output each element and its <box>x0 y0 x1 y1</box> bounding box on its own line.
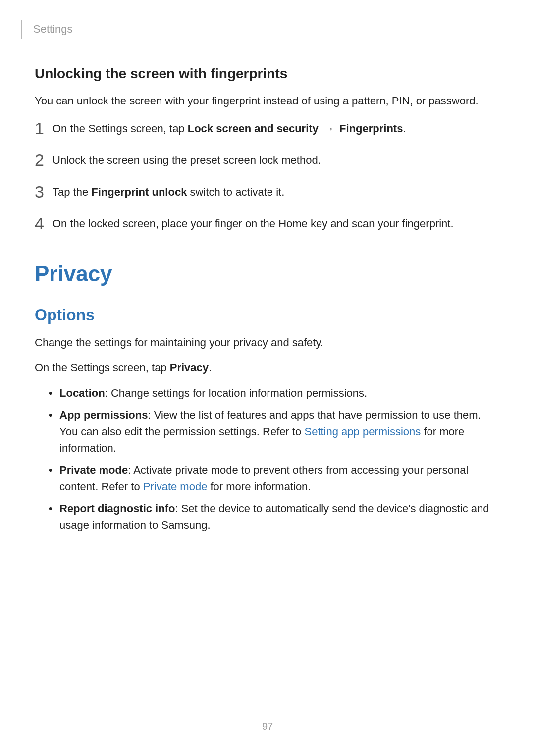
bullet-private-mode: Private mode: Activate private mode to p… <box>49 462 500 495</box>
text-fragment: . <box>403 122 406 135</box>
text-fragment: . <box>209 361 212 374</box>
page-header: Settings <box>21 20 500 39</box>
page-number: 97 <box>0 721 535 732</box>
step-3: 3 Tap the Fingerprint unlock switch to a… <box>35 181 500 200</box>
bullet-location: Location: Change settings for location i… <box>49 385 500 401</box>
step-2: 2 Unlock the screen using the preset scr… <box>35 150 500 168</box>
bullet-text: : Change settings for location informati… <box>105 387 367 399</box>
bullet-label: App permissions <box>59 409 148 421</box>
options-intro: Change the settings for maintaining your… <box>35 334 500 351</box>
step-text: Tap the Fingerprint unlock switch to act… <box>53 184 284 200</box>
fingerprint-heading: Unlocking the screen with fingerprints <box>35 66 500 82</box>
step-number: 2 <box>35 151 53 168</box>
step-text: Unlock the screen using the preset scree… <box>53 152 321 168</box>
bullet-label: Location <box>59 387 105 399</box>
bullet-label: Report diagnostic info <box>59 503 175 515</box>
text-fragment: On the Settings screen, tap <box>35 361 170 374</box>
header-divider <box>21 20 22 39</box>
step-number: 4 <box>35 215 53 232</box>
fingerprint-steps: 1 On the Settings screen, tap Lock scree… <box>35 118 500 232</box>
options-heading: Options <box>35 306 500 324</box>
text-fragment: On the Settings screen, tap <box>53 122 188 135</box>
bullet-app-permissions: App permissions: View the list of featur… <box>49 407 500 456</box>
bold-text: Lock screen and security <box>188 122 319 135</box>
step-1: 1 On the Settings screen, tap Lock scree… <box>35 118 500 137</box>
arrow-icon: → <box>319 122 339 135</box>
section-label: Settings <box>33 23 73 36</box>
options-nav: On the Settings screen, tap Privacy. <box>35 359 500 376</box>
step-text: On the locked screen, place your finger … <box>53 215 454 232</box>
step-number: 3 <box>35 183 53 200</box>
bullet-text: for more information. <box>207 480 311 493</box>
bullet-label: Private mode <box>59 464 128 476</box>
step-4: 4 On the locked screen, place your finge… <box>35 213 500 232</box>
bold-text: Fingerprint unlock <box>91 186 187 198</box>
step-number: 1 <box>35 120 53 137</box>
link-setting-app-permissions[interactable]: Setting app permissions <box>304 425 421 438</box>
options-bullets: Location: Change settings for location i… <box>49 385 500 533</box>
link-private-mode[interactable]: Private mode <box>143 480 208 493</box>
text-fragment: switch to activate it. <box>187 186 284 198</box>
text-fragment: Tap the <box>53 186 91 198</box>
bullet-report-diagnostic: Report diagnostic info: Set the device t… <box>49 501 500 533</box>
page-content: Settings Unlocking the screen with finge… <box>0 0 535 533</box>
bold-text: Fingerprints <box>339 122 403 135</box>
fingerprint-intro: You can unlock the screen with your fing… <box>35 93 500 109</box>
privacy-heading: Privacy <box>35 261 500 286</box>
bold-text: Privacy <box>170 361 209 374</box>
step-text: On the Settings screen, tap Lock screen … <box>53 120 406 137</box>
